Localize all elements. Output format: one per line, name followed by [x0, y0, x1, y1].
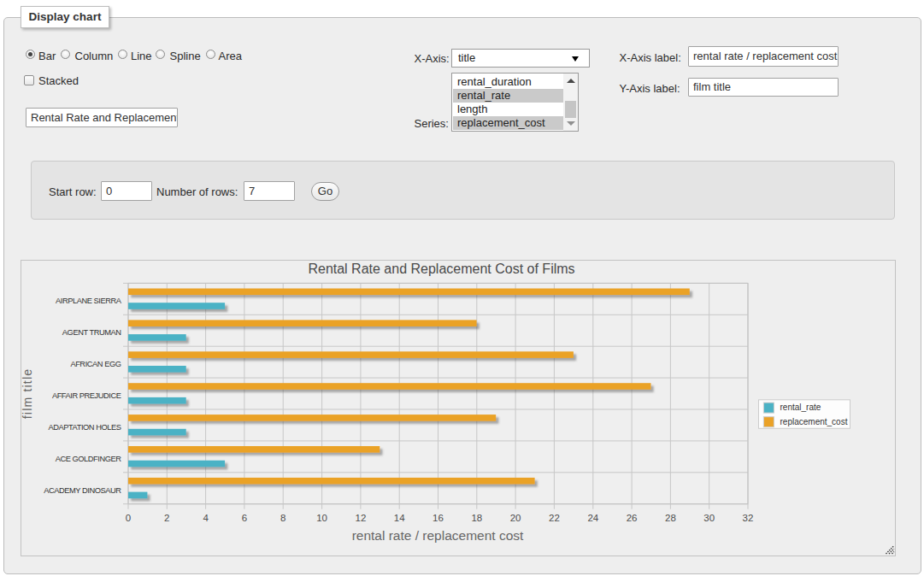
svg-text:AIRPLANE SIERRA: AIRPLANE SIERRA [56, 297, 122, 305]
svg-text:film title: film title [21, 368, 34, 419]
svg-text:ACADEMY DINOSAUR: ACADEMY DINOSAUR [44, 486, 121, 495]
svg-text:0: 0 [126, 513, 131, 523]
svg-text:18: 18 [471, 513, 482, 523]
svg-text:rental rate / replacement cost: rental rate / replacement cost [352, 528, 524, 543]
svg-text:20: 20 [510, 513, 521, 523]
svg-text:replacement_cost: replacement_cost [780, 417, 848, 426]
svg-text:14: 14 [394, 513, 405, 523]
svg-text:ACE GOLDFINGER: ACE GOLDFINGER [56, 455, 122, 463]
svg-text:2: 2 [164, 513, 169, 523]
svg-text:12: 12 [356, 513, 367, 523]
svg-text:8: 8 [280, 513, 285, 523]
svg-text:22: 22 [549, 513, 560, 523]
svg-text:30: 30 [703, 513, 715, 523]
svg-text:10: 10 [316, 513, 327, 523]
svg-text:ADAPTATION HOLES: ADAPTATION HOLES [49, 423, 121, 432]
svg-text:Rental Rate and Replacement Co: Rental Rate and Replacement Cost of Film… [308, 262, 574, 276]
svg-text:AFRICAN EGG: AFRICAN EGG [70, 360, 121, 368]
svg-text:28: 28 [665, 513, 676, 523]
svg-text:AFFAIR PREJUDICE: AFFAIR PREJUDICE [52, 391, 121, 400]
svg-text:24: 24 [587, 513, 598, 523]
svg-text:26: 26 [627, 513, 638, 523]
svg-text:4: 4 [203, 513, 209, 523]
svg-text:32: 32 [743, 513, 754, 523]
svg-text:16: 16 [433, 513, 444, 523]
svg-text:AGENT TRUMAN: AGENT TRUMAN [62, 328, 121, 337]
svg-text:6: 6 [242, 513, 247, 523]
svg-text:rental_rate: rental_rate [780, 403, 821, 412]
